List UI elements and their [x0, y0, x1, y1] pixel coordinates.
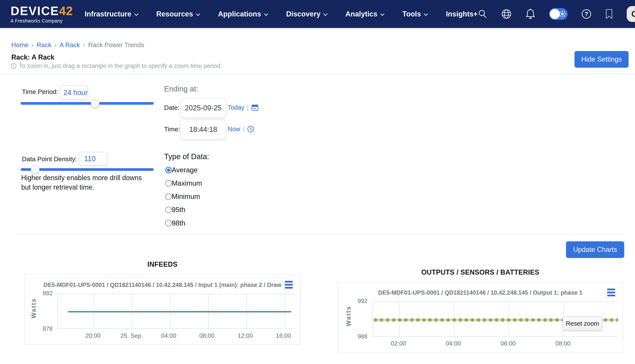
time-period-input[interactable]: 24 hours — [60, 85, 88, 100]
menu-resources[interactable]: Resources — [156, 10, 200, 18]
radio-label: Minimum — [172, 192, 200, 200]
outputs-y-tick-bottom: 988 — [350, 333, 367, 340]
radio-95th[interactable]: 95th — [165, 204, 185, 216]
infeeds-chart-card[interactable]: DE5-MDF01-UPS-0001 / QD1821140146 / 10.4… — [24, 274, 301, 345]
radio-unselected-icon — [165, 220, 172, 226]
menu-label: Tools — [402, 10, 421, 18]
radio-unselected-icon — [165, 206, 172, 213]
infeeds-data-line — [68, 311, 291, 312]
menu-label: Insights+ — [446, 10, 478, 18]
top-navbar: DEVICE 42 A Freshworks Company Infrastru… — [0, 0, 635, 29]
theme-toggle-knob — [550, 9, 560, 19]
navbar-icons: ? G — [478, 6, 635, 22]
logo-42-text: 42 — [59, 5, 73, 17]
time-label: Time: — [164, 126, 180, 133]
infeeds-plot-area[interactable] — [57, 294, 295, 329]
menu-label: Resources — [156, 10, 193, 18]
outputs-x-tick: 04:00 — [446, 340, 461, 347]
zoom-hint-text: To zoom in, just drag a rectangle in the… — [19, 62, 222, 69]
density-help-text: Higher density enables more drill downs … — [21, 173, 150, 192]
radio-unselected-icon — [165, 180, 172, 186]
radio-minimum[interactable]: Minimum — [165, 190, 200, 202]
outputs-x-tick: 06:00 — [500, 340, 516, 347]
globe-icon[interactable] — [501, 9, 512, 19]
menu-discovery[interactable]: Discovery — [286, 10, 328, 18]
radio-label: 95th — [172, 206, 185, 214]
chevron-down-icon — [323, 13, 328, 16]
breadcrumb-separator: › — [32, 41, 34, 48]
outputs-x-tick: 08:00 — [555, 340, 570, 347]
avatar-initial: G — [631, 9, 635, 19]
density-slider-thumb[interactable] — [31, 165, 40, 174]
menu-infrastructure[interactable]: Infrastructure — [85, 10, 138, 18]
chart-menu-icon[interactable] — [285, 281, 293, 290]
logo-wordmark: DEVICE 42 — [11, 5, 73, 17]
hide-settings-button[interactable]: Hide Settings — [574, 51, 628, 68]
breadcrumb-a-rack[interactable]: A Rack — [60, 41, 80, 48]
chevron-down-icon — [196, 13, 200, 16]
menu-tools[interactable]: Tools — [402, 10, 428, 18]
radio-98th[interactable]: 98th — [165, 217, 185, 229]
chevron-down-icon — [264, 13, 268, 16]
theme-toggle[interactable] — [549, 8, 568, 20]
settings-divider — [16, 234, 624, 234]
time-input[interactable]: 18:44:18 — [180, 120, 226, 140]
date-quick-links: Today | — [228, 104, 259, 111]
zoom-hint-row: To zoom in, just drag a rectangle in the… — [11, 62, 222, 69]
outputs-y-tick-top: 992 — [350, 298, 367, 304]
device42-logo[interactable]: DEVICE 42 A Freshworks Company — [11, 5, 73, 23]
breadcrumb-separator: › — [55, 41, 57, 48]
search-icon[interactable] — [478, 9, 487, 19]
chevron-down-icon — [380, 13, 385, 16]
clock-icon[interactable] — [247, 126, 254, 133]
update-charts-button[interactable]: Update Charts — [566, 241, 624, 258]
menu-label: Infrastructure — [85, 10, 131, 18]
logo-device-text: DEVICE — [11, 5, 59, 17]
time-quick-links: Now | — [228, 126, 254, 133]
chart-menu-icon[interactable] — [607, 288, 615, 298]
outputs-y-axis-label: Watts — [345, 306, 352, 326]
now-link[interactable]: Now — [228, 126, 240, 133]
radio-maximum[interactable]: Maximum — [165, 177, 202, 189]
date-label: Date: — [164, 104, 180, 111]
outputs-chart-title: DE5-MDF01-UPS-0001 / QD1821140146 / 10.4… — [338, 289, 623, 296]
user-avatar[interactable]: G — [627, 6, 635, 22]
infeeds-x-tick: 16:00 — [276, 332, 291, 339]
menu-label: Discovery — [286, 10, 321, 18]
radio-unselected-icon — [165, 193, 172, 200]
reset-zoom-button[interactable]: Reset zoom — [562, 316, 602, 331]
infeeds-x-tick: 20:00 — [86, 332, 101, 339]
chevron-down-icon — [134, 13, 139, 16]
chevron-down-icon — [424, 13, 428, 16]
date-input[interactable]: 2025-09-25 — [180, 98, 226, 118]
infeeds-chart-title: DE5-MDF01-UPS-0001 / QD1821140146 / 10.4… — [25, 282, 300, 288]
outputs-chart-card[interactable]: DE5-MDF01-UPS-0001 / QD1821140146 / 10.4… — [338, 282, 623, 353]
menu-insights-plus[interactable]: Insights+ — [446, 10, 478, 18]
infeeds-y-axis-label: Watts — [30, 298, 37, 319]
time-period-slider[interactable] — [21, 102, 154, 105]
time-period-label: Time Period: — [22, 88, 58, 96]
menu-label: Applications — [218, 10, 261, 18]
infeeds-y-tick-bottom: 878 — [36, 326, 53, 332]
calendar-icon[interactable] — [251, 104, 259, 111]
help-icon[interactable]: ? — [581, 9, 591, 19]
density-label: Data Point Density: — [22, 155, 77, 163]
radio-dot — [167, 168, 170, 172]
page-title: Rack: A Rack — [11, 53, 54, 61]
breadcrumb-separator: › — [83, 41, 85, 48]
radio-average[interactable]: Average — [165, 164, 198, 176]
time-period-slider-thumb[interactable] — [91, 99, 100, 108]
notifications-bell-icon[interactable] — [525, 8, 535, 20]
logo-tagline: A Freshworks Company — [11, 18, 73, 23]
menu-analytics[interactable]: Analytics — [345, 10, 385, 18]
bookmark-icon[interactable] — [605, 9, 613, 19]
today-link[interactable]: Today — [228, 104, 244, 111]
main-menu: Infrastructure Resources Applications Di… — [85, 10, 477, 18]
type-of-data-heading: Type of Data: — [164, 152, 209, 161]
density-input[interactable]: 110 — [79, 152, 107, 166]
breadcrumb: Home › Rack › A Rack › Rack Power Trends — [11, 41, 144, 48]
breadcrumb-home[interactable]: Home — [11, 41, 29, 48]
breadcrumb-rack[interactable]: Rack — [37, 41, 51, 48]
menu-applications[interactable]: Applications — [218, 10, 268, 18]
density-slider[interactable] — [21, 168, 154, 171]
